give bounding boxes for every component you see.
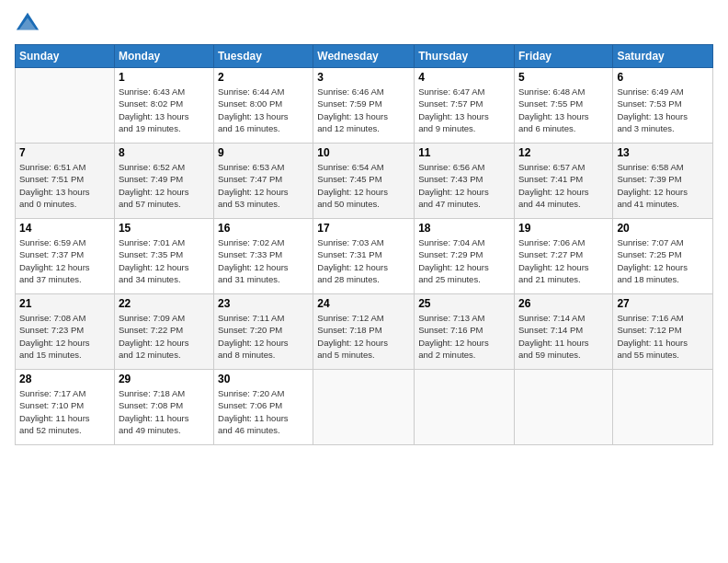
day-number: 23 [218, 297, 309, 310]
day-number: 8 [119, 146, 210, 159]
day-info: Sunrise: 7:04 AM Sunset: 7:29 PM Dayligh… [418, 236, 510, 285]
day-info: Sunrise: 7:08 AM Sunset: 7:23 PM Dayligh… [19, 312, 110, 361]
calendar-cell: 9Sunrise: 6:53 AM Sunset: 7:47 PM Daylig… [214, 144, 313, 219]
calendar-cell [16, 68, 115, 144]
day-info: Sunrise: 7:18 AM Sunset: 7:08 PM Dayligh… [119, 387, 210, 436]
day-number: 7 [19, 146, 110, 159]
calendar-cell [613, 370, 713, 445]
day-number: 22 [119, 297, 210, 310]
calendar-cell [415, 370, 515, 445]
calendar-cell: 30Sunrise: 7:20 AM Sunset: 7:06 PM Dayli… [214, 370, 313, 445]
day-info: Sunrise: 6:52 AM Sunset: 7:49 PM Dayligh… [119, 161, 210, 210]
calendar-cell: 17Sunrise: 7:03 AM Sunset: 7:31 PM Dayli… [313, 219, 415, 294]
calendar-cell: 12Sunrise: 6:57 AM Sunset: 7:41 PM Dayli… [514, 144, 612, 219]
weekday-header: Thursday [415, 45, 515, 68]
day-number: 29 [119, 373, 210, 385]
calendar-cell: 14Sunrise: 6:59 AM Sunset: 7:37 PM Dayli… [16, 219, 115, 294]
calendar-cell: 26Sunrise: 7:14 AM Sunset: 7:14 PM Dayli… [514, 294, 612, 370]
day-number: 11 [418, 146, 510, 159]
calendar-cell: 29Sunrise: 7:18 AM Sunset: 7:08 PM Dayli… [114, 370, 213, 445]
day-number: 18 [418, 222, 510, 235]
day-number: 1 [119, 71, 210, 84]
day-number: 21 [19, 297, 110, 310]
day-number: 24 [317, 297, 410, 310]
header [15, 11, 713, 37]
day-info: Sunrise: 7:07 AM Sunset: 7:25 PM Dayligh… [617, 236, 709, 285]
day-info: Sunrise: 7:03 AM Sunset: 7:31 PM Dayligh… [317, 236, 410, 285]
day-number: 6 [617, 71, 709, 84]
day-info: Sunrise: 6:53 AM Sunset: 7:47 PM Dayligh… [218, 161, 309, 210]
day-number: 27 [617, 297, 709, 310]
day-info: Sunrise: 6:47 AM Sunset: 7:57 PM Dayligh… [418, 86, 510, 134]
calendar-cell: 24Sunrise: 7:12 AM Sunset: 7:18 PM Dayli… [313, 294, 415, 370]
day-info: Sunrise: 6:48 AM Sunset: 7:55 PM Dayligh… [518, 86, 609, 134]
calendar-week-row: 28Sunrise: 7:17 AM Sunset: 7:10 PM Dayli… [16, 370, 713, 445]
day-info: Sunrise: 7:17 AM Sunset: 7:10 PM Dayligh… [19, 387, 110, 436]
calendar-cell: 22Sunrise: 7:09 AM Sunset: 7:22 PM Dayli… [114, 294, 213, 370]
day-number: 25 [418, 297, 510, 310]
logo [15, 11, 44, 37]
day-info: Sunrise: 7:02 AM Sunset: 7:33 PM Dayligh… [218, 236, 309, 285]
calendar-cell: 11Sunrise: 6:56 AM Sunset: 7:43 PM Dayli… [415, 144, 515, 219]
calendar-week-row: 1Sunrise: 6:43 AM Sunset: 8:02 PM Daylig… [16, 68, 713, 144]
calendar-body: 1Sunrise: 6:43 AM Sunset: 8:02 PM Daylig… [16, 68, 713, 445]
day-number: 10 [317, 146, 410, 159]
header-row: SundayMondayTuesdayWednesdayThursdayFrid… [16, 45, 713, 68]
weekday-header: Tuesday [214, 45, 313, 68]
calendar-cell: 3Sunrise: 6:46 AM Sunset: 7:59 PM Daylig… [313, 68, 415, 144]
calendar-cell: 28Sunrise: 7:17 AM Sunset: 7:10 PM Dayli… [16, 370, 115, 445]
calendar-header: SundayMondayTuesdayWednesdayThursdayFrid… [16, 45, 713, 68]
calendar-cell: 19Sunrise: 7:06 AM Sunset: 7:27 PM Dayli… [514, 219, 612, 294]
day-info: Sunrise: 6:46 AM Sunset: 7:59 PM Dayligh… [317, 86, 410, 134]
day-number: 30 [218, 373, 309, 385]
day-info: Sunrise: 7:20 AM Sunset: 7:06 PM Dayligh… [218, 387, 309, 436]
calendar-week-row: 14Sunrise: 6:59 AM Sunset: 7:37 PM Dayli… [16, 219, 713, 294]
calendar-week-row: 7Sunrise: 6:51 AM Sunset: 7:51 PM Daylig… [16, 144, 713, 219]
weekday-header: Sunday [16, 45, 115, 68]
calendar-cell: 10Sunrise: 6:54 AM Sunset: 7:45 PM Dayli… [313, 144, 415, 219]
calendar-cell: 25Sunrise: 7:13 AM Sunset: 7:16 PM Dayli… [415, 294, 515, 370]
day-number: 12 [518, 146, 609, 159]
day-number: 2 [218, 71, 309, 84]
calendar-cell: 1Sunrise: 6:43 AM Sunset: 8:02 PM Daylig… [114, 68, 213, 144]
calendar-cell: 8Sunrise: 6:52 AM Sunset: 7:49 PM Daylig… [114, 144, 213, 219]
calendar-cell: 6Sunrise: 6:49 AM Sunset: 7:53 PM Daylig… [613, 68, 713, 144]
calendar-cell: 5Sunrise: 6:48 AM Sunset: 7:55 PM Daylig… [514, 68, 612, 144]
day-number: 14 [19, 222, 110, 235]
calendar-cell: 20Sunrise: 7:07 AM Sunset: 7:25 PM Dayli… [613, 219, 713, 294]
day-number: 9 [218, 146, 309, 159]
day-number: 4 [418, 71, 510, 84]
day-info: Sunrise: 6:51 AM Sunset: 7:51 PM Dayligh… [19, 161, 110, 210]
day-number: 3 [317, 71, 410, 84]
day-number: 17 [317, 222, 410, 235]
logo-icon [15, 11, 40, 37]
weekday-header: Friday [514, 45, 612, 68]
day-number: 13 [617, 146, 709, 159]
calendar-cell: 27Sunrise: 7:16 AM Sunset: 7:12 PM Dayli… [613, 294, 713, 370]
day-number: 19 [518, 222, 609, 235]
calendar-page: SundayMondayTuesdayWednesdayThursdayFrid… [0, 0, 728, 563]
day-info: Sunrise: 6:49 AM Sunset: 7:53 PM Dayligh… [617, 86, 709, 134]
day-info: Sunrise: 7:12 AM Sunset: 7:18 PM Dayligh… [317, 312, 410, 361]
day-number: 28 [19, 373, 110, 385]
calendar-cell: 18Sunrise: 7:04 AM Sunset: 7:29 PM Dayli… [415, 219, 515, 294]
day-info: Sunrise: 7:09 AM Sunset: 7:22 PM Dayligh… [119, 312, 210, 361]
calendar-cell: 4Sunrise: 6:47 AM Sunset: 7:57 PM Daylig… [415, 68, 515, 144]
calendar-cell: 13Sunrise: 6:58 AM Sunset: 7:39 PM Dayli… [613, 144, 713, 219]
day-info: Sunrise: 7:11 AM Sunset: 7:20 PM Dayligh… [218, 312, 309, 361]
calendar-cell: 21Sunrise: 7:08 AM Sunset: 7:23 PM Dayli… [16, 294, 115, 370]
weekday-header: Saturday [613, 45, 713, 68]
day-info: Sunrise: 6:43 AM Sunset: 8:02 PM Dayligh… [119, 86, 210, 134]
calendar-week-row: 21Sunrise: 7:08 AM Sunset: 7:23 PM Dayli… [16, 294, 713, 370]
weekday-header: Monday [114, 45, 213, 68]
day-info: Sunrise: 6:56 AM Sunset: 7:43 PM Dayligh… [418, 161, 510, 210]
day-info: Sunrise: 7:01 AM Sunset: 7:35 PM Dayligh… [119, 236, 210, 285]
day-number: 20 [617, 222, 709, 235]
day-number: 16 [218, 222, 309, 235]
day-info: Sunrise: 6:57 AM Sunset: 7:41 PM Dayligh… [518, 161, 609, 210]
day-number: 26 [518, 297, 609, 310]
calendar-cell: 16Sunrise: 7:02 AM Sunset: 7:33 PM Dayli… [214, 219, 313, 294]
calendar-cell: 2Sunrise: 6:44 AM Sunset: 8:00 PM Daylig… [214, 68, 313, 144]
calendar-cell [313, 370, 415, 445]
day-number: 15 [119, 222, 210, 235]
